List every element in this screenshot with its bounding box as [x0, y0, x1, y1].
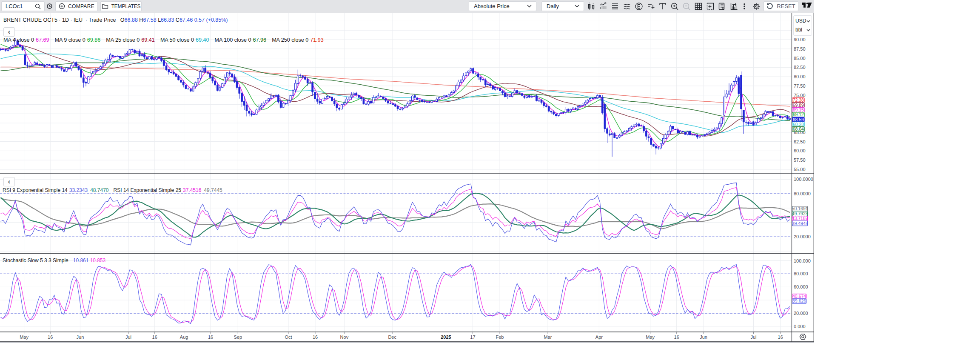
svg-text:Dec: Dec — [388, 334, 396, 340]
svg-text:60.000: 60.000 — [794, 284, 808, 289]
svg-text:16: 16 — [674, 334, 679, 340]
svg-text:May: May — [646, 334, 655, 340]
svg-text:16: 16 — [152, 334, 157, 340]
svg-text:Apr: Apr — [595, 334, 603, 340]
svg-text:Feb: Feb — [496, 334, 504, 340]
svg-text:Oct: Oct — [285, 334, 292, 340]
svg-text:75.00: 75.00 — [794, 93, 806, 98]
svg-text:68.28: 68.28 — [793, 122, 804, 127]
svg-text:May: May — [20, 334, 28, 340]
svg-text:39.4945: 39.4945 — [792, 221, 808, 226]
svg-text:Nov: Nov — [340, 334, 349, 340]
svg-text:Mar: Mar — [544, 334, 552, 340]
svg-text:50.1691: 50.1691 — [792, 206, 808, 211]
svg-text:100.000: 100.000 — [794, 258, 811, 263]
svg-text:Jul: Jul — [125, 334, 131, 340]
svg-text:80.000: 80.000 — [794, 271, 808, 276]
svg-text:39.626: 39.626 — [792, 298, 806, 303]
svg-text:87.50: 87.50 — [794, 46, 806, 51]
svg-text:0.000: 0.000 — [794, 324, 806, 329]
svg-text:68.59: 68.59 — [793, 117, 804, 122]
svg-text:69.15: 69.15 — [793, 107, 804, 112]
svg-text:55.00: 55.00 — [794, 167, 806, 172]
svg-text:2025: 2025 — [441, 334, 451, 340]
svg-text:20.000: 20.000 — [794, 311, 808, 316]
svg-text:77.50: 77.50 — [794, 83, 806, 89]
svg-text:80.00: 80.00 — [794, 74, 806, 79]
svg-text:68.04: 68.04 — [793, 126, 804, 131]
svg-text:16: 16 — [313, 334, 318, 340]
svg-text:16: 16 — [48, 334, 53, 340]
svg-text:Aug: Aug — [180, 334, 188, 340]
svg-text:100.0000: 100.0000 — [794, 177, 813, 182]
svg-text:20.0000: 20.0000 — [794, 234, 811, 239]
svg-text:60.00: 60.00 — [794, 148, 806, 153]
svg-text:62.50: 62.50 — [794, 139, 806, 144]
svg-text:57.50: 57.50 — [794, 157, 806, 163]
svg-text:69.89: 69.89 — [793, 103, 804, 108]
svg-text:17: 17 — [470, 334, 475, 340]
svg-text:Jun: Jun — [77, 334, 84, 340]
svg-text:69.12: 69.12 — [793, 112, 804, 117]
svg-text:16: 16 — [778, 334, 783, 340]
svg-text:Jun: Jun — [700, 334, 707, 340]
svg-text:90.00: 90.00 — [794, 37, 806, 42]
svg-text:Jul: Jul — [750, 334, 756, 340]
svg-text:80.0000: 80.0000 — [794, 191, 811, 196]
svg-text:85.00: 85.00 — [794, 56, 806, 61]
svg-text:72.38: 72.38 — [793, 97, 804, 103]
svg-text:82.50: 82.50 — [794, 65, 806, 70]
svg-text:49.7923: 49.7923 — [792, 211, 808, 216]
svg-text:43.7187: 43.7187 — [792, 216, 808, 221]
svg-text:Sep: Sep — [234, 334, 242, 340]
svg-text:16: 16 — [208, 334, 213, 340]
